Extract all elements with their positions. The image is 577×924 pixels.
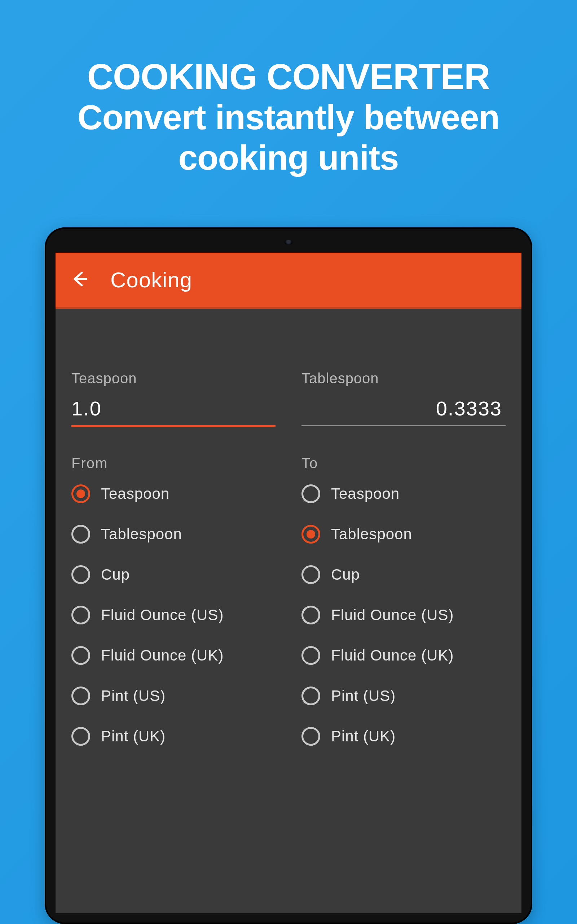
to-value-output: 0.3333 bbox=[301, 397, 506, 426]
radio-label: Fluid Ounce (UK) bbox=[331, 647, 454, 664]
radio-label: Fluid Ounce (US) bbox=[331, 606, 454, 624]
from-section-label: From bbox=[71, 455, 276, 472]
radio-icon bbox=[71, 565, 90, 584]
radio-label: Cup bbox=[101, 566, 130, 583]
radio-label: Fluid Ounce (UK) bbox=[101, 647, 224, 664]
radio-icon bbox=[301, 606, 320, 624]
radio-label: Pint (US) bbox=[101, 687, 166, 704]
promo-subtitle-line2: cooking units bbox=[29, 139, 548, 176]
radio-label: Pint (UK) bbox=[101, 728, 166, 745]
radio-icon bbox=[71, 687, 90, 705]
app-bar: Cooking bbox=[56, 253, 521, 309]
to-section-label: To bbox=[301, 455, 506, 472]
to-unit-label: Tablespoon bbox=[301, 370, 506, 386]
from-unit-label: Teaspoon bbox=[71, 370, 276, 386]
app-title: Cooking bbox=[110, 267, 192, 292]
radio-label: Teaspoon bbox=[331, 485, 400, 502]
to-radio-item[interactable]: Fluid Ounce (UK) bbox=[301, 646, 506, 665]
from-radio-item[interactable]: Teaspoon bbox=[71, 485, 276, 503]
radio-label: Cup bbox=[331, 566, 360, 583]
tablet-camera-icon bbox=[285, 240, 292, 245]
radio-icon bbox=[301, 525, 320, 544]
converter-content: Teaspoon 1.0 Tablespoon 0.3333 From Teas… bbox=[56, 309, 521, 746]
radio-icon bbox=[71, 727, 90, 746]
from-radio-item[interactable]: Cup bbox=[71, 565, 276, 584]
to-radio-item[interactable]: Pint (UK) bbox=[301, 727, 506, 746]
app-screen: Cooking Teaspoon 1.0 Tablespoon 0.3333 F… bbox=[56, 253, 521, 913]
radio-icon bbox=[71, 485, 90, 503]
radio-icon bbox=[301, 565, 320, 584]
to-radio-item[interactable]: Tablespoon bbox=[301, 525, 506, 544]
radio-icon bbox=[71, 606, 90, 624]
from-radio-item[interactable]: Pint (US) bbox=[71, 687, 276, 705]
from-value-input[interactable]: 1.0 bbox=[71, 397, 276, 427]
arrow-left-icon bbox=[70, 270, 89, 290]
back-button[interactable] bbox=[69, 269, 90, 291]
radio-icon bbox=[71, 646, 90, 665]
radio-label: Pint (UK) bbox=[331, 728, 396, 745]
radio-label: Pint (US) bbox=[331, 687, 396, 704]
from-radio-item[interactable]: Pint (UK) bbox=[71, 727, 276, 746]
to-radio-item[interactable]: Fluid Ounce (US) bbox=[301, 606, 506, 624]
radio-label: Teaspoon bbox=[101, 485, 169, 502]
promo-heading: COOKING CONVERTER Convert instantly betw… bbox=[0, 0, 577, 176]
radio-icon bbox=[301, 687, 320, 705]
tablet-frame: Cooking Teaspoon 1.0 Tablespoon 0.3333 F… bbox=[45, 228, 532, 924]
radio-label: Tablespoon bbox=[101, 525, 182, 543]
promo-title: COOKING CONVERTER bbox=[29, 58, 548, 96]
to-radio-item[interactable]: Cup bbox=[301, 565, 506, 584]
radio-icon bbox=[71, 525, 90, 544]
from-radio-item[interactable]: Tablespoon bbox=[71, 525, 276, 544]
radio-label: Fluid Ounce (US) bbox=[101, 606, 224, 624]
radio-label: Tablespoon bbox=[331, 525, 412, 543]
radio-icon bbox=[301, 485, 320, 503]
radio-icon bbox=[301, 646, 320, 665]
from-radio-item[interactable]: Fluid Ounce (US) bbox=[71, 606, 276, 624]
from-radio-item[interactable]: Fluid Ounce (UK) bbox=[71, 646, 276, 665]
radio-icon bbox=[301, 727, 320, 746]
promo-subtitle-line1: Convert instantly between bbox=[29, 99, 548, 136]
to-radio-item[interactable]: Pint (US) bbox=[301, 687, 506, 705]
to-radio-item[interactable]: Teaspoon bbox=[301, 485, 506, 503]
to-unit-list: TeaspoonTablespoonCupFluid Ounce (US)Flu… bbox=[301, 485, 506, 746]
from-unit-list: TeaspoonTablespoonCupFluid Ounce (US)Flu… bbox=[71, 485, 276, 746]
